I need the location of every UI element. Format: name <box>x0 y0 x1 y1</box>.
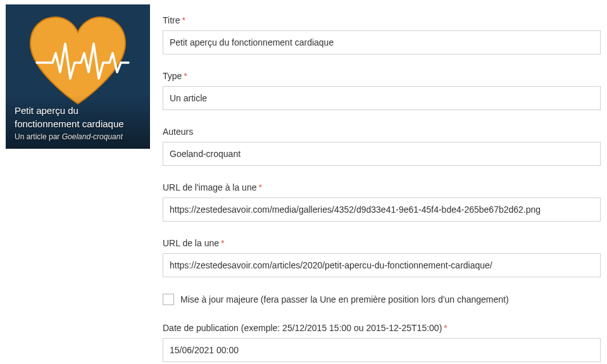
input-pubdate[interactable] <box>163 338 601 362</box>
label-titre: Titre* <box>163 15 601 25</box>
label-image-url-text: URL de l'image à la une <box>163 182 256 192</box>
field-pubdate: Date de publication (exemple: 25/12/2015… <box>163 323 601 364</box>
label-auteurs: Auteurs <box>163 127 601 137</box>
required-marker: * <box>184 71 187 81</box>
edit-form: Titre* Type* Auteurs URL de l'image à la… <box>150 0 607 364</box>
required-marker: * <box>182 15 185 25</box>
label-url-text: URL de la une <box>163 238 219 248</box>
label-image-url: URL de l'image à la une* <box>163 182 601 192</box>
card-subtitle: Un article par Goeland-croquant <box>15 132 141 141</box>
field-url: URL de la une* <box>163 238 601 287</box>
label-type-text: Type <box>163 71 182 81</box>
required-marker: * <box>258 182 261 192</box>
label-major-update: Mise à jour majeure (fera passer la Une … <box>180 294 509 304</box>
input-auteurs[interactable] <box>163 142 601 166</box>
field-major-update: Mise à jour majeure (fera passer la Une … <box>163 294 601 305</box>
label-pubdate: Date de publication (exemple: 25/12/2015… <box>163 323 601 333</box>
field-auteurs: Auteurs <box>163 127 601 176</box>
field-titre: Titre* <box>163 15 601 65</box>
field-type: Type* <box>163 71 601 120</box>
card-subtitle-prefix: Un article par <box>15 132 62 141</box>
label-titre-text: Titre <box>163 15 180 25</box>
heart-ecg-icon <box>21 12 135 107</box>
label-pubdate-text: Date de publication (exemple: 25/12/2015… <box>163 323 442 333</box>
input-type[interactable] <box>163 86 601 110</box>
required-marker: * <box>444 323 447 333</box>
input-titre[interactable] <box>163 30 601 54</box>
content-card: Petit aperçu du fonctionnement cardiaque… <box>6 4 150 149</box>
input-url[interactable] <box>163 253 601 277</box>
label-type: Type* <box>163 71 601 81</box>
field-image-url: URL de l'image à la une* <box>163 182 601 232</box>
card-overlay: Petit aperçu du fonctionnement cardiaque… <box>6 95 150 149</box>
checkbox-major-update[interactable] <box>163 294 174 305</box>
input-image-url[interactable] <box>163 198 601 222</box>
label-url: URL de la une* <box>163 238 601 248</box>
card-title: Petit aperçu du fonctionnement cardiaque <box>15 104 141 130</box>
label-auteurs-text: Auteurs <box>163 127 193 137</box>
card-subtitle-author: Goeland-croquant <box>62 132 123 141</box>
required-marker: * <box>221 238 224 248</box>
